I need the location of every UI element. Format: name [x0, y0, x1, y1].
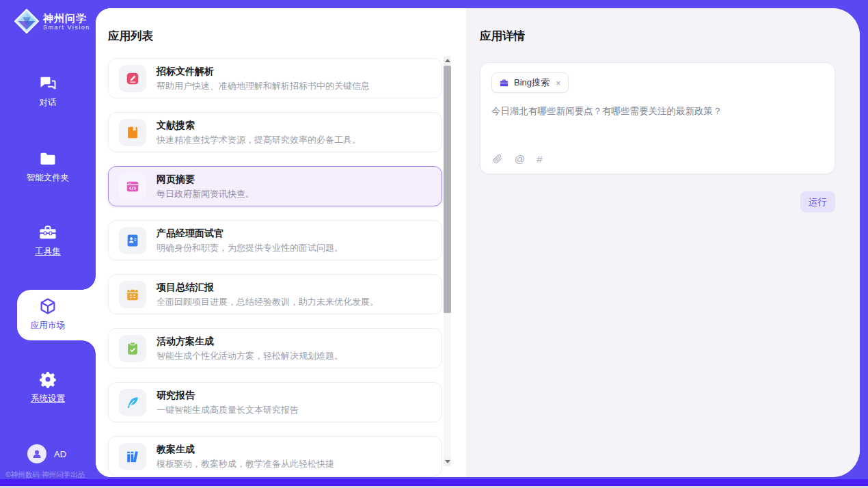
app-title: 项目总结汇报: [157, 281, 379, 294]
run-button[interactable]: 运行: [800, 191, 835, 213]
app-card-text: 活动方案生成 智能生成个性化活动方案，轻松解决规划难题。: [157, 335, 343, 362]
web-code-icon: [125, 179, 140, 194]
app-icon-box: [119, 119, 146, 146]
scroll-up-button[interactable]: [444, 56, 451, 65]
close-icon[interactable]: ×: [556, 79, 561, 87]
app-card-text: 产品经理面试官 明确身份和职责，为您提供专业性的面试问题。: [157, 227, 343, 254]
report-icon: [125, 287, 140, 302]
main-content: 应用列表 招标文件解析 帮助用户快速、准确地理解和解析招标书中的关键信息: [96, 8, 860, 477]
brand-logo: 神州问学 Smart Vision: [14, 8, 90, 34]
scrollbar-thumb[interactable]: [444, 66, 451, 313]
tool-tag-label: Bing搜索: [514, 77, 550, 89]
prompt-input[interactable]: 今日湖北有哪些新闻要点？有哪些需要关注的最新政策？: [491, 105, 824, 118]
app-title: 网页摘要: [157, 173, 254, 186]
app-icon-box: [119, 65, 146, 92]
sidebar-item-settings[interactable]: 系统设置: [0, 370, 96, 405]
sidebar: 神州问学 Smart Vision 对话 智能文件夹: [0, 0, 96, 488]
app-card-research-report[interactable]: 研究报告 一键智能生成高质量长文本研究报告: [108, 382, 442, 422]
app-card-text: 教案生成 模板驱动，教案秒成，教学准备从此轻松快捷: [157, 443, 334, 470]
gear-icon: [38, 370, 57, 389]
app-description: 智能生成个性化活动方案，轻松解决规划难题。: [157, 350, 343, 362]
app-description: 帮助用户快速、准确地理解和解析招标书中的关键信息: [157, 80, 370, 92]
app-icon-box: [119, 281, 146, 308]
app-icon-box: [119, 227, 146, 254]
app-title: 研究报告: [157, 389, 299, 402]
brand-text: 神州问学 Smart Vision: [43, 12, 90, 31]
sidebar-item-label: 应用市场: [31, 320, 65, 331]
app-list: 招标文件解析 帮助用户快速、准确地理解和解析招标书中的关键信息 文献搜索 快速精…: [96, 58, 466, 477]
app-card-text: 研究报告 一键智能生成高质量长文本研究报告: [157, 389, 299, 416]
app-card-text: 项目总结汇报 全面回顾项目进展，总结经验教训，助力未来优化发展。: [157, 281, 379, 308]
brand-subtitle: Smart Vision: [43, 24, 90, 31]
app-card-lesson-plan[interactable]: 教案生成 模板驱动，教案秒成，教学准备从此轻松快捷: [108, 436, 442, 476]
app-card-web-summary[interactable]: 网页摘要 每日政府新闻资讯快查。: [108, 166, 442, 206]
scroll-down-button[interactable]: [444, 457, 451, 466]
app-card-text: 文献搜索 快速精准查找学术资源，提高研究效率的必备工具。: [157, 119, 361, 146]
app-card-bid-parse[interactable]: 招标文件解析 帮助用户快速、准确地理解和解析招标书中的关键信息: [108, 58, 442, 98]
sidebar-item-smart-folder[interactable]: 智能文件夹: [0, 149, 96, 184]
sidebar-item-label: 系统设置: [31, 393, 65, 405]
copyright-footer: ©神州数码·神州问学出品: [5, 470, 85, 480]
app-detail-panel: 应用详情 Bing搜索 × 今日湖北有哪些新闻要点？有哪些需要关注的最新政策？ …: [466, 8, 860, 477]
diamond-logo-icon: [14, 8, 40, 34]
app-card-text: 招标文件解析 帮助用户快速、准确地理解和解析招标书中的关键信息: [157, 65, 370, 92]
sidebar-item-label: 工具集: [35, 246, 61, 258]
book-icon: [125, 125, 140, 140]
triangle-up-icon: [445, 59, 450, 62]
user-name: AD: [54, 449, 66, 459]
prompt-card: Bing搜索 × 今日湖北有哪些新闻要点？有哪些需要关注的最新政策？ @ #: [480, 62, 835, 174]
app-icon-box: [119, 173, 146, 200]
sidebar-item-label: 智能文件夹: [27, 172, 70, 184]
toolbox-icon: [38, 223, 57, 242]
sidebar-item-toolset[interactable]: 工具集: [0, 223, 96, 258]
quill-icon: [125, 395, 140, 410]
user-icon: [31, 448, 43, 460]
app-description: 明确身份和职责，为您提供专业性的面试问题。: [157, 242, 343, 254]
scrollbar[interactable]: [444, 56, 451, 466]
app-description: 一键智能生成高质量长文本研究报告: [157, 404, 299, 416]
cube-icon: [38, 297, 57, 316]
user-account[interactable]: AD: [27, 444, 66, 463]
app-card-literature-search[interactable]: 文献搜索 快速精准查找学术资源，提高研究效率的必备工具。: [108, 112, 442, 152]
interview-icon: [125, 233, 140, 248]
app-detail-title: 应用详情: [480, 29, 860, 44]
bump-curve-top: [82, 276, 96, 290]
app-description: 全面回顾项目进展，总结经验教训，助力未来优化发展。: [157, 296, 379, 308]
chat-icon: [38, 74, 57, 93]
app-title: 教案生成: [157, 443, 334, 456]
mention-icon[interactable]: @: [515, 153, 525, 165]
bottom-accent-strip: [0, 479, 868, 486]
app-card-project-summary[interactable]: 项目总结汇报 全面回顾项目进展，总结经验教训，助力未来优化发展。: [108, 274, 442, 314]
sidebar-item-app-market[interactable]: 应用市场: [0, 297, 96, 331]
clipboard-check-icon: [125, 341, 140, 356]
app-icon-box: [119, 389, 146, 416]
app-list-title: 应用列表: [96, 8, 466, 58]
tool-tag-bing-search: Bing搜索 ×: [491, 72, 569, 93]
paperclip-icon[interactable]: [493, 153, 503, 165]
brand-name: 神州问学: [43, 12, 90, 24]
run-row: 运行: [480, 191, 835, 213]
app-list-panel: 应用列表 招标文件解析 帮助用户快速、准确地理解和解析招标书中的关键信息: [96, 8, 466, 477]
app-title: 活动方案生成: [157, 335, 343, 348]
app-title: 产品经理面试官: [157, 227, 343, 240]
app-description: 模板驱动，教案秒成，教学准备从此轻松快捷: [157, 458, 334, 470]
app-card-text: 网页摘要 每日政府新闻资讯快查。: [157, 173, 254, 200]
sidebar-item-label: 对话: [40, 97, 57, 109]
app-card-pm-interviewer[interactable]: 产品经理面试官 明确身份和职责，为您提供专业性的面试问题。: [108, 220, 442, 260]
bump-curve-bottom: [82, 340, 96, 354]
app-icon-box: [119, 443, 146, 470]
app-icon-box: [119, 335, 146, 362]
app-title: 文献搜索: [157, 119, 361, 132]
app-description: 每日政府新闻资讯快查。: [157, 188, 254, 200]
app-description: 快速精准查找学术资源，提高研究效率的必备工具。: [157, 134, 361, 146]
hash-icon[interactable]: #: [537, 153, 542, 165]
input-toolbar: @ #: [493, 153, 543, 165]
triangle-down-icon: [445, 460, 450, 463]
app-card-event-plan[interactable]: 活动方案生成 智能生成个性化活动方案，轻松解决规划难题。: [108, 328, 442, 368]
books-icon: [125, 449, 140, 464]
sidebar-item-chat[interactable]: 对话: [0, 74, 96, 109]
folder-icon: [38, 149, 57, 168]
app-title: 招标文件解析: [157, 65, 370, 78]
briefcase-icon: [499, 78, 509, 88]
avatar: [27, 444, 46, 463]
